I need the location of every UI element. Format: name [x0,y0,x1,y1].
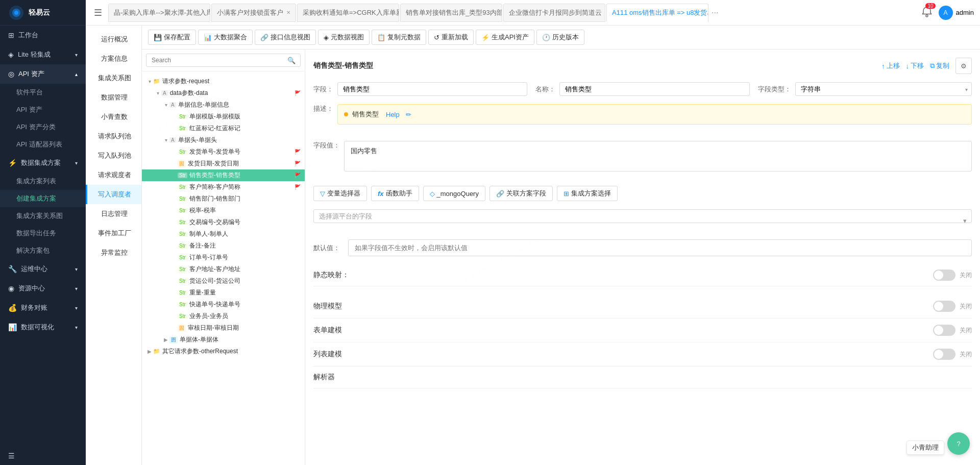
tree-node-weight[interactable]: Str 重量-重量 [142,287,305,299]
sidebar-sub-api-category[interactable]: API 资产分类 [0,118,86,136]
left-nav-write-observer[interactable]: 写入调度者 [86,185,141,204]
tree-node-customer[interactable]: Str 客户简称-客户简称 🚩 [142,181,305,193]
tree-node-doc-info[interactable]: ▾ A 单据信息-单据信息 [142,99,305,111]
meta-data-view-btn[interactable]: ◈ 元数据视图 [318,30,370,45]
sidebar-sub-data-export[interactable]: 数据导出任务 [0,225,86,242]
source-select[interactable]: 选择源平台的字段 [313,209,972,223]
function-helper-btn[interactable]: fx 函数助手 [371,186,419,201]
tree-node-doc-body[interactable]: ▶ 囲 单据体-单据体 [142,334,305,346]
physical-model-toggle[interactable] [933,301,955,312]
default-input[interactable] [348,239,972,256]
sidebar-item-finance[interactable]: 💰 财务对账 ▾ [0,298,86,317]
tab-6[interactable]: A111 oms销售出库单 => u8发货单 ✕ [606,4,708,22]
form-model-toggle[interactable] [933,325,955,336]
tree-node-sales-dept[interactable]: Str 销售部门-销售部门 [142,193,305,205]
sidebar-item-data-integration[interactable]: ⚡ 数据集成方案 ▾ [0,153,86,173]
tree-node-ship-date[interactable]: 固 发货日期-发货日期 🚩 [142,158,305,169]
sidebar-sub-solution-graph[interactable]: 集成方案关系图 [0,207,86,225]
left-nav-event-factory[interactable]: 事件加工厂 [86,224,141,243]
tree-node-other-request[interactable]: ▶ 📁 其它请求参数-otherRequest [142,346,305,357]
toggle-doc-body[interactable]: ▶ [162,337,169,342]
list-model-toggle[interactable] [933,349,955,360]
tree-node-carrier[interactable]: Str 货运公司-货运公司 [142,275,305,287]
menu-toggle-icon[interactable]: ☰ [92,5,104,20]
tree-node-red-blue[interactable]: Str 红蓝标记-红蓝标记 [142,123,305,134]
tabs-more-btn[interactable]: ··· [712,8,718,17]
left-nav-log-mgmt[interactable]: 日志管理 [86,204,141,224]
reload-btn[interactable]: ↺ 重新加载 [428,30,474,45]
type-select[interactable]: 字符串 整数 浮点数 布尔值 日期 [795,82,972,96]
sidebar-sub-api-assets[interactable]: API 资产 [0,101,86,118]
tree-node-request[interactable]: ▾ 📁 请求参数-request [142,76,305,87]
name-input[interactable] [559,82,749,96]
field-value-content[interactable]: 国内零售 [344,141,972,172]
tree-node-trade-no[interactable]: Str 交易编号-交易编号 [142,216,305,228]
sidebar-item-ops[interactable]: 🔧 运维中心 ▾ [0,259,86,279]
interface-info-btn[interactable]: 🔗 接口信息视图 [255,30,316,45]
history-version-btn[interactable]: 🕐 历史版本 [536,30,584,45]
left-nav-solution-info[interactable]: 方案信息 [86,49,141,68]
left-nav-request-observer[interactable]: 请求观度者 [86,165,141,185]
toggle-other[interactable]: ▶ [146,349,153,354]
sidebar-item-resources[interactable]: ◉ 资源中心 ▾ [0,279,86,298]
tree-node-template[interactable]: Str 单据模版-单据模版 [142,111,305,123]
variable-selector-btn[interactable]: ▽ 变量选择器 [313,186,367,201]
mongo-query-btn[interactable]: ◇ _mongoQuery [423,186,485,201]
field-input[interactable] [337,82,527,96]
toggle-doc-head[interactable]: ▾ [162,137,169,143]
toggle-icon-2[interactable]: ▾ [154,90,161,96]
sidebar-item-data-viz[interactable]: 📊 数据可视化 ▾ [0,317,86,337]
move-down-btn[interactable]: ↓ 下移 [906,61,924,70]
sidebar-sub-solution-package[interactable]: 解决方案包 [0,242,86,259]
tab-5[interactable]: 企业微信打卡月报同步到简道云 ✕ [503,4,605,22]
search-input[interactable] [146,54,301,67]
tree-node-data[interactable]: ▾ A data参数-data 🚩 [142,87,305,99]
tree-node-doc-head[interactable]: ▾ A 单据头-单据头 [142,134,305,146]
left-nav-data-mgmt[interactable]: 数据管理 [86,88,141,107]
left-nav-integration-graph[interactable]: 集成关系图 [86,68,141,88]
xiao-qing-help-btn[interactable]: 小青助理 [906,440,944,455]
tree-node-sales-type[interactable]: Str 销售类型-销售类型 🚩 [142,169,305,181]
help-btn[interactable]: ? [947,432,970,455]
tree-node-salesperson[interactable]: Str 业务员-业务员 [142,310,305,322]
sidebar-item-api[interactable]: ◎ API 资产 ▴ [0,64,86,84]
toggle-icon[interactable]: ▾ [146,79,153,84]
sidebar-sub-api-adapter[interactable]: API 适配器列表 [0,136,86,153]
desc-edit-icon[interactable]: ✏ [406,111,411,118]
tab-4[interactable]: 销售单对接销售出库_类型93内部采购 ✕ [400,4,502,22]
sidebar-collapse-btn[interactable]: ☰ [0,447,86,465]
settings-btn[interactable]: ⚙ [955,58,972,74]
tree-node-addr[interactable]: Str 客户地址-客户地址 [142,263,305,275]
copy-meta-data-btn[interactable]: 📋 复制元数据 [372,30,426,45]
tab-2[interactable]: 小满客户对接锁蛋客户 ✕ [211,4,296,22]
generate-api-btn[interactable]: ⚡ 生成API资产 [476,30,534,45]
user-info[interactable]: A admin [939,6,974,20]
solution-select-btn[interactable]: ⊞ 集成方案选择 [557,186,618,201]
tree-node-express-no[interactable]: Str 快递单号-快递单号 [142,299,305,310]
static-mapping-toggle[interactable] [933,270,955,281]
notification-btn[interactable]: 10 [921,6,933,19]
toggle-icon-3[interactable]: ▾ [162,102,169,108]
left-nav-xiao-qing[interactable]: 小青查数 [86,107,141,127]
tree-node-order-no[interactable]: Str 订单号-订单号 [142,252,305,263]
left-nav-overview[interactable]: 运行概况 [86,30,141,49]
tree-node-audit-date[interactable]: 固 审核日期-审核日期 [142,322,305,334]
copy-btn[interactable]: ⧉ 复制 [930,61,949,70]
save-config-btn[interactable]: 💾 保存配置 [148,30,196,45]
tree-node-operator[interactable]: Str 制单人-制单人 [142,228,305,240]
left-nav-error-monitor[interactable]: 异常监控 [86,243,141,262]
related-field-btn[interactable]: 🔗 关联方案字段 [489,186,553,201]
move-up-btn[interactable]: ↑ 上移 [881,61,900,70]
tree-node-ship-no[interactable]: Str 发货单号-发货单号 🚩 [142,146,305,158]
help-link[interactable]: Help [386,111,400,118]
tab-1[interactable]: 晶-采购入库单-->聚水潭-其他入库单 ✕ [108,4,210,22]
tree-node-remark[interactable]: Str 备注-备注 [142,240,305,252]
left-nav-write-pool[interactable]: 写入队列池 [86,146,141,165]
sidebar-sub-solution-list[interactable]: 集成方案列表 [0,173,86,190]
tree-node-tax[interactable]: Str 税率-税率 [142,205,305,216]
left-nav-request-pool[interactable]: 请求队列池 [86,127,141,146]
sidebar-item-lite[interactable]: ◈ Lite 轻集成 ▾ [0,45,86,64]
tab-5-close[interactable]: ✕ [605,10,605,15]
tab-3[interactable]: 采购收料通知单=>CGRK入库单新增-1 ✕ [297,4,399,22]
sidebar-sub-create-solution[interactable]: 创建集成方案 [0,190,86,207]
